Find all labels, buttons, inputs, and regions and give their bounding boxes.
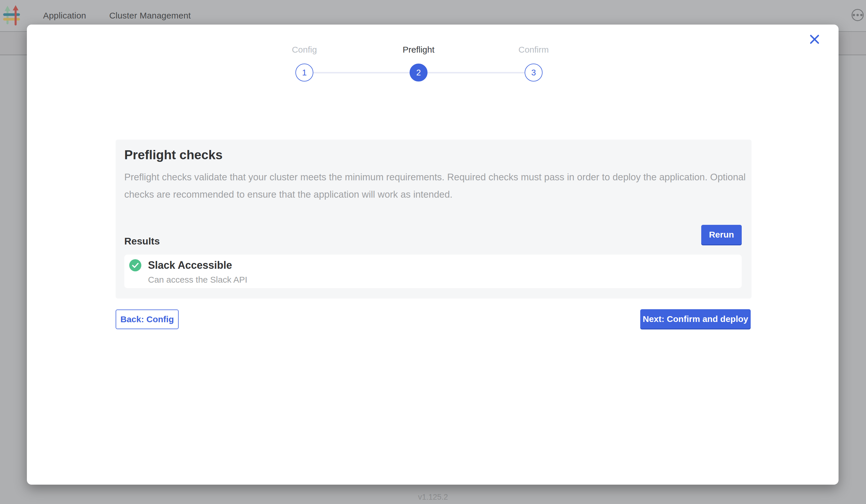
back-config-button[interactable]: Back: Config xyxy=(115,310,179,329)
panel-title: Preflight checks xyxy=(124,148,223,162)
rerun-button[interactable]: Rerun xyxy=(701,225,742,245)
panel-description: Preflight checks validate that your clus… xyxy=(124,168,746,203)
app-logo-icon[interactable] xyxy=(3,5,20,26)
step-label-preflight: Preflight xyxy=(375,45,462,55)
results-heading: Results xyxy=(124,236,160,247)
check-result-row: Slack Accessible Can access the Slack AP… xyxy=(124,255,742,288)
close-icon[interactable] xyxy=(809,34,820,45)
next-confirm-deploy-button[interactable]: Next: Confirm and deploy xyxy=(640,309,751,328)
step-label-confirm: Confirm xyxy=(490,45,577,55)
preflight-panel: Preflight checks Preflight checks valida… xyxy=(115,139,752,299)
step-circle-2: 2 xyxy=(410,64,428,81)
preflight-modal: Config Preflight Confirm 1 2 3 Preflight… xyxy=(27,24,839,485)
version-label: v1.125.2 xyxy=(0,493,866,502)
step-label-config: Config xyxy=(261,45,348,55)
step-circle-1: 1 xyxy=(296,64,313,81)
ellipsis-menu-button[interactable] xyxy=(852,9,864,21)
ellipsis-menu-icon xyxy=(853,14,855,16)
check-name: Slack Accessible xyxy=(148,259,232,271)
step-circle-3: 3 xyxy=(525,64,543,81)
check-detail: Can access the Slack API xyxy=(148,275,247,285)
check-pass-icon xyxy=(129,259,141,271)
